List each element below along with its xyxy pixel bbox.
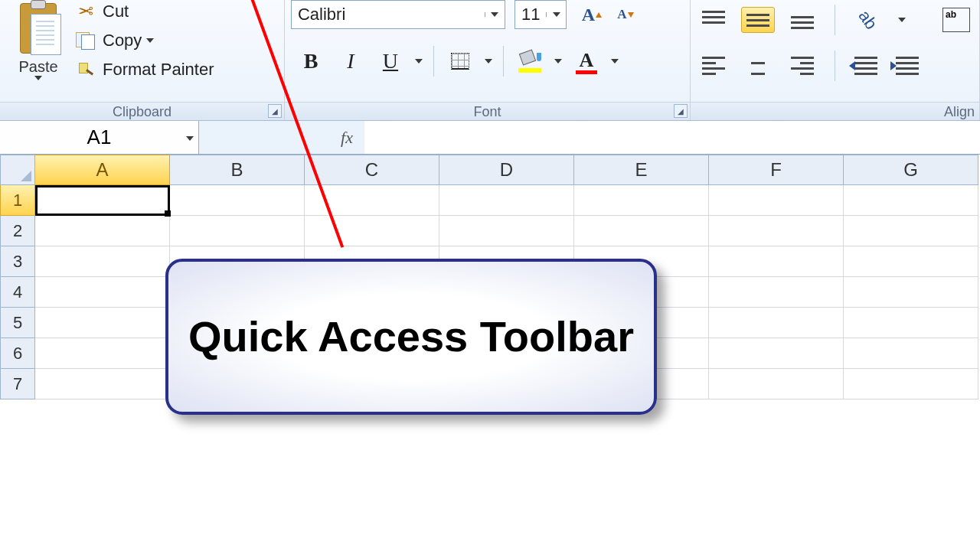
cell[interactable] xyxy=(35,185,170,216)
border-icon xyxy=(451,53,469,70)
border-button[interactable] xyxy=(442,44,479,78)
column-header-G[interactable]: G xyxy=(844,155,978,185)
cell[interactable] xyxy=(844,246,978,277)
cell[interactable] xyxy=(170,216,305,246)
cell[interactable] xyxy=(844,277,978,308)
right-align-button[interactable] xyxy=(786,53,819,79)
fill-icon xyxy=(518,50,541,73)
font-size-dropdown-icon[interactable] xyxy=(546,12,566,17)
cell[interactable] xyxy=(170,185,305,216)
cell[interactable] xyxy=(574,216,709,246)
font-launcher[interactable]: ◢ xyxy=(674,104,688,118)
ribbon: Paste ✂ Cut Copy Format Painter Cl xyxy=(0,0,980,121)
font-color-button[interactable]: A xyxy=(568,44,605,78)
cell[interactable] xyxy=(709,277,844,308)
column-header-C[interactable]: C xyxy=(305,155,439,185)
column-header-B[interactable]: B xyxy=(170,155,305,185)
group-alignment: ab Align xyxy=(691,0,980,120)
cell[interactable] xyxy=(305,216,439,246)
paste-button[interactable]: Paste xyxy=(6,2,70,80)
name-box[interactable]: A1 xyxy=(0,121,199,154)
row-header-3[interactable]: 3 xyxy=(0,246,35,277)
cell[interactable] xyxy=(709,185,844,216)
increase-indent-button[interactable] xyxy=(892,55,923,77)
cell[interactable] xyxy=(35,216,170,246)
clipboard-group-label: Clipboard xyxy=(0,102,284,120)
border-dropdown[interactable] xyxy=(482,44,495,78)
fill-color-button[interactable] xyxy=(511,44,548,78)
cell[interactable] xyxy=(709,308,844,338)
underline-button[interactable]: U xyxy=(372,44,409,78)
font-name-combo[interactable]: Calibri xyxy=(291,0,505,29)
name-box-dropdown-icon[interactable] xyxy=(186,126,194,149)
cell[interactable] xyxy=(35,308,170,338)
fx-label[interactable]: fx xyxy=(329,128,364,148)
italic-button[interactable]: I xyxy=(332,44,369,78)
orientation-dropdown[interactable] xyxy=(895,3,909,37)
cell[interactable] xyxy=(844,308,978,338)
format-painter-button[interactable]: Format Painter xyxy=(75,60,214,80)
orientation-button[interactable]: ab xyxy=(851,7,884,33)
cell[interactable] xyxy=(844,216,978,246)
center-align-button[interactable] xyxy=(741,53,775,79)
fill-dropdown[interactable] xyxy=(551,44,565,78)
top-align-button[interactable] xyxy=(697,7,730,33)
decrease-indent-button[interactable] xyxy=(851,55,881,77)
cut-button[interactable]: ✂ Cut xyxy=(75,2,214,21)
row-header-2[interactable]: 2 xyxy=(0,216,35,246)
font-name-value: Calibri xyxy=(292,5,485,24)
row-header-7[interactable]: 7 xyxy=(0,369,35,399)
left-align-button[interactable] xyxy=(697,53,730,79)
font-color-dropdown[interactable] xyxy=(608,44,622,78)
wrap-text-icon xyxy=(942,8,970,32)
cell[interactable] xyxy=(439,185,574,216)
font-name-dropdown-icon[interactable] xyxy=(485,12,505,17)
select-all-corner[interactable] xyxy=(0,155,35,185)
cell[interactable] xyxy=(844,185,978,216)
copy-dropdown-icon[interactable] xyxy=(146,38,154,43)
cell[interactable] xyxy=(844,338,978,369)
paste-dropdown-icon[interactable] xyxy=(34,76,42,80)
column-header-F[interactable]: F xyxy=(709,155,844,185)
cell[interactable] xyxy=(35,277,170,308)
separator xyxy=(433,46,434,77)
cell[interactable] xyxy=(844,369,978,399)
separator xyxy=(835,5,835,35)
column-header-D[interactable]: D xyxy=(439,155,574,185)
group-font: Calibri 11 A A B I U xyxy=(285,0,691,120)
bold-button[interactable]: B xyxy=(292,44,329,78)
column-header-A[interactable]: A xyxy=(35,155,170,185)
formula-bar: A1 fx xyxy=(0,121,980,155)
cell[interactable] xyxy=(35,338,170,369)
column-headers: A B C D E F G xyxy=(0,155,980,185)
separator xyxy=(835,51,835,81)
column-header-E[interactable]: E xyxy=(574,155,709,185)
cell[interactable] xyxy=(439,216,574,246)
row-header-1[interactable]: 1 xyxy=(0,185,35,216)
cell[interactable] xyxy=(35,246,170,277)
cell[interactable] xyxy=(709,338,844,369)
font-size-combo[interactable]: 11 xyxy=(514,0,567,29)
clipboard-launcher[interactable]: ◢ xyxy=(268,104,282,118)
cell[interactable] xyxy=(709,216,844,246)
copy-label: Copy xyxy=(103,31,142,51)
cell[interactable] xyxy=(709,369,844,399)
middle-align-button[interactable] xyxy=(741,7,775,33)
wrap-text-button[interactable] xyxy=(939,7,973,33)
shrink-font-button[interactable]: A xyxy=(609,0,642,29)
group-clipboard: Paste ✂ Cut Copy Format Painter Cl xyxy=(0,0,285,120)
cell[interactable] xyxy=(709,246,844,277)
cell[interactable] xyxy=(35,369,170,399)
paste-label: Paste xyxy=(18,58,57,76)
alignment-group-label: Align xyxy=(691,102,979,120)
row-header-4[interactable]: 4 xyxy=(0,277,35,308)
formula-input[interactable] xyxy=(364,121,980,154)
grow-font-button[interactable]: A xyxy=(576,0,608,29)
copy-button[interactable]: Copy xyxy=(75,31,214,51)
underline-dropdown[interactable] xyxy=(412,44,426,78)
row-header-6[interactable]: 6 xyxy=(0,338,35,369)
orientation-icon: ab xyxy=(854,7,880,34)
row-header-5[interactable]: 5 xyxy=(0,308,35,338)
bottom-align-button[interactable] xyxy=(786,7,819,33)
cell[interactable] xyxy=(574,185,709,216)
